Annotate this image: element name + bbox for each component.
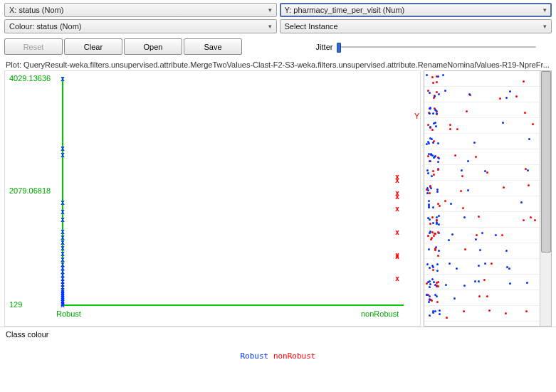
point: x (61, 199, 65, 206)
point: x (61, 208, 65, 216)
class-colour-legend: Robust nonRobust (0, 341, 556, 365)
jitter-slider[interactable] (337, 40, 536, 54)
x-tick-1: Robust (56, 309, 81, 318)
scrollbar-thumb[interactable] (541, 71, 551, 253)
clear-button[interactable]: Clear (64, 38, 122, 55)
x-axis-line (62, 304, 404, 306)
chevron-down-icon: ▾ (268, 6, 272, 14)
y-tick-min: 129 (9, 300, 22, 309)
point: x (395, 194, 399, 201)
instance-select[interactable]: Select Instance ▾ (280, 19, 552, 33)
point: x (395, 206, 399, 213)
x-tick-2: nonRobust (361, 309, 399, 318)
main-scatter-plot[interactable]: 4029.13636 2079.06818 129 Robust nonRobu… (4, 70, 421, 327)
attribute-strip-panel[interactable] (424, 70, 552, 327)
legend-nonrobust: nonRobust (273, 351, 316, 361)
jitter-label: Jitter (316, 43, 333, 51)
chevron-down-icon: ▾ (543, 23, 547, 30)
save-button[interactable]: Save (184, 38, 242, 55)
scrollbar[interactable] (540, 71, 551, 326)
y-axis-label: Y: pharmacy_time_per_visit (Num) (285, 6, 405, 14)
point: x (395, 275, 399, 282)
plot-title: Plot: QueryResult-weka.filters.unsupervi… (0, 59, 556, 70)
point: x (61, 75, 65, 83)
colour-label: Colour: status (Nom) (9, 22, 81, 31)
y-axis-select[interactable]: Y: pharmacy_time_per_visit (Num) ▾ (280, 3, 552, 17)
point: x (61, 216, 65, 223)
point: x (395, 177, 399, 184)
chevron-down-icon: ▾ (543, 6, 547, 14)
side-panel-axis-label: Y (414, 112, 419, 120)
point: x (395, 253, 399, 260)
slider-thumb[interactable] (337, 43, 341, 53)
open-button[interactable]: Open (124, 38, 182, 55)
point: x (61, 302, 65, 309)
point: x (395, 229, 399, 236)
point: x (61, 152, 65, 159)
reset-button: Reset (4, 38, 63, 55)
legend-robust: Robust (241, 351, 269, 361)
slider-track (337, 46, 536, 48)
x-axis-select[interactable]: X: status (Nom) ▾ (4, 3, 277, 17)
instance-label: Select Instance (285, 22, 338, 31)
strip-rows (424, 71, 540, 326)
colour-select[interactable]: Colour: status (Nom) ▾ (4, 19, 277, 33)
x-axis-label: X: status (Nom) (9, 6, 63, 14)
y-tick-max: 4029.13636 (9, 74, 51, 83)
y-tick-mid: 2079.06818 (9, 186, 51, 195)
class-colour-label: Class colour (0, 327, 556, 341)
chevron-down-icon: ▾ (268, 23, 272, 30)
